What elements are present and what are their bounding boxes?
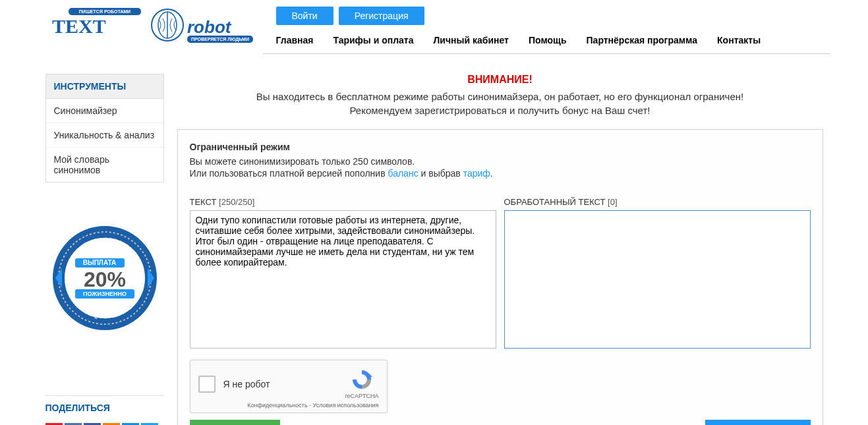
limit-title: Ограниченный режим — [190, 142, 811, 152]
attention-block: ВНИМАНИЕ! Вы находитесь в бесплатном реж… — [177, 74, 823, 116]
tools-box: ИНСТРУМЕНТЫ Синонимайзер Уникальность & … — [45, 74, 164, 183]
svg-text:ПОЖИЗНЕННО: ПОЖИЗНЕННО — [82, 291, 126, 297]
tariff-link[interactable]: тариф — [463, 168, 490, 179]
tool-dictionary[interactable]: Мой словарь синонимов — [46, 148, 163, 182]
recaptcha-terms[interactable]: Конфиденциальность - Условия использован… — [198, 402, 379, 409]
svg-text:TEXT: TEXT — [52, 15, 106, 37]
nav-tariffs[interactable]: Тарифы и оплата — [333, 35, 413, 45]
analyze-button[interactable]: Анализировать — [705, 420, 810, 425]
main-nav: Главная Тарифы и оплата Личный кабинет П… — [263, 35, 830, 54]
svg-text:20%: 20% — [83, 268, 125, 291]
affiliate-badge[interactable]: ПАРТНЕРСКАЯ ПРОГРАММА ЗАРАБАТЫВАЙ С НАМИ… — [45, 222, 164, 336]
nav-affiliate[interactable]: Партнёрская программа — [587, 35, 698, 45]
output-label: ОБРАБОТАННЫЙ ТЕКСТ [0] — [504, 197, 811, 207]
nav-help[interactable]: Помощь — [529, 35, 567, 45]
limit-line1: Вы можете синонимизировать только 250 си… — [190, 156, 811, 167]
nav-home[interactable]: Главная — [276, 35, 314, 45]
limit-line2: Или пользоваться платной версией пополни… — [190, 168, 811, 179]
login-button[interactable]: Войти — [276, 7, 333, 25]
recaptcha-icon — [351, 368, 373, 391]
tool-uniqueness[interactable]: Уникальность & анализ — [46, 123, 163, 148]
recaptcha-checkbox[interactable] — [198, 376, 216, 393]
nav-contacts[interactable]: Контакты — [717, 35, 761, 45]
input-textarea[interactable] — [190, 210, 496, 349]
logo[interactable]: ПИШЕТСЯ РОБОТАМИ TEXT robot ПРОВЕРЯЕТСЯ … — [39, 7, 263, 48]
svg-text:ПИШЕТСЯ РОБОТАМИ: ПИШЕТСЯ РОБОТАМИ — [78, 9, 130, 14]
svg-text:ПРОВЕРЯЕТСЯ ЛЮДЬМИ: ПРОВЕРЯЕТСЯ ЛЮДЬМИ — [191, 37, 249, 42]
recaptcha-brand: reCAPTCHA — [345, 393, 378, 399]
svg-text:robot: robot — [187, 17, 232, 37]
output-textarea[interactable] — [504, 210, 811, 349]
recaptcha[interactable]: Я не робот reCAPTCHA — [190, 360, 388, 413]
attention-line2: Рекомендуем зарегистрироваться и получит… — [177, 105, 823, 116]
balance-link[interactable]: баланс — [388, 168, 418, 179]
process-button[interactable]: Обработать — [190, 420, 280, 425]
input-label: ТЕКСТ [250/250] — [190, 197, 496, 207]
work-panel: Ограниченный режим Вы можете синонимизир… — [177, 129, 823, 425]
tools-header: ИНСТРУМЕНТЫ — [46, 74, 163, 99]
nav-account[interactable]: Личный кабинет — [434, 35, 509, 45]
attention-title: ВНИМАНИЕ! — [177, 74, 823, 86]
attention-line1: Вы находитесь в бесплатном режиме работы… — [177, 91, 823, 102]
tool-synonymizer[interactable]: Синонимайзер — [46, 99, 163, 123]
share-header: ПОДЕЛИТЬСЯ — [45, 395, 164, 420]
svg-text:ВЫПЛАТА: ВЫПЛАТА — [82, 259, 116, 266]
register-button[interactable]: Регистрация — [339, 7, 424, 25]
recaptcha-label: Я не робот — [223, 379, 270, 389]
